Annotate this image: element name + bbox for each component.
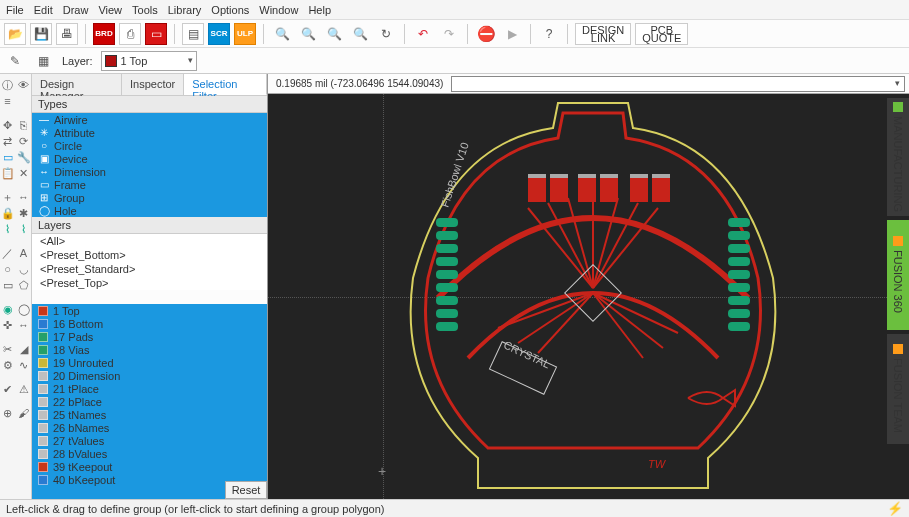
menu-options[interactable]: Options bbox=[211, 4, 249, 16]
save-button[interactable]: 💾 bbox=[30, 23, 52, 45]
list-item[interactable]: 25 tNames bbox=[32, 408, 267, 421]
menu-view[interactable]: View bbox=[98, 4, 122, 16]
help-button[interactable]: ? bbox=[538, 23, 560, 45]
route-tool-icon[interactable]: ⌇ bbox=[1, 222, 15, 236]
polygon-tool-icon[interactable]: ⬠ bbox=[17, 278, 31, 292]
list-item[interactable]: 22 bPlace bbox=[32, 395, 267, 408]
info-tool-icon[interactable]: ⓘ bbox=[1, 78, 15, 92]
rotate-tool-icon[interactable]: ⟳ bbox=[17, 134, 31, 148]
list-item[interactable]: <Preset_Top> bbox=[32, 276, 267, 290]
list-item[interactable]: 27 tValues bbox=[32, 434, 267, 447]
list-item[interactable]: 19 Unrouted bbox=[32, 356, 267, 369]
list-item[interactable]: 20 Dimension bbox=[32, 369, 267, 382]
selection-tool-icon[interactable]: ✎ bbox=[4, 50, 26, 72]
list-item[interactable]: 17 Pads bbox=[32, 330, 267, 343]
cancel-button[interactable]: ⛔ bbox=[475, 23, 497, 45]
text-tool-icon[interactable]: A bbox=[17, 246, 31, 260]
tab-design-manager[interactable]: Design Manager bbox=[32, 74, 122, 95]
delete-tool-icon[interactable]: ✕ bbox=[17, 166, 31, 180]
menu-edit[interactable]: Edit bbox=[34, 4, 53, 16]
open-button[interactable]: 📂 bbox=[4, 23, 26, 45]
go-button[interactable]: ▶ bbox=[501, 23, 523, 45]
undo-button[interactable]: ↶ bbox=[412, 23, 434, 45]
group-tool-icon[interactable]: ▭ bbox=[1, 150, 15, 164]
reset-button[interactable]: Reset bbox=[225, 481, 267, 499]
list-item[interactable]: 1 Top bbox=[32, 304, 267, 317]
menu-tools[interactable]: Tools bbox=[132, 4, 158, 16]
lock-tool-icon[interactable]: 🔒 bbox=[1, 206, 15, 220]
list-item[interactable]: 28 bValues bbox=[32, 447, 267, 460]
hole-tool-icon[interactable]: ◯ bbox=[17, 302, 31, 316]
tab-selection-filter[interactable]: Selection Filter bbox=[184, 74, 267, 95]
paste-tool-icon[interactable]: 📋 bbox=[1, 166, 15, 180]
menu-draw[interactable]: Draw bbox=[63, 4, 89, 16]
show-tool-icon[interactable]: 👁 bbox=[17, 78, 31, 92]
add-tool-icon[interactable]: ＋ bbox=[1, 190, 15, 204]
print-button[interactable]: 🖶 bbox=[56, 23, 78, 45]
circle-tool-icon[interactable]: ○ bbox=[1, 262, 15, 276]
list-item[interactable]: <Preset_Standard> bbox=[32, 262, 267, 276]
paint-tool-icon[interactable]: 🖌 bbox=[17, 406, 31, 420]
tab-fusion-team[interactable]: FUSION TEAM bbox=[887, 334, 909, 444]
zoom-in-button[interactable]: 🔍 bbox=[323, 23, 345, 45]
list-item[interactable]: 18 Vias bbox=[32, 343, 267, 356]
meander-tool-icon[interactable]: ∿ bbox=[17, 358, 31, 372]
rect-tool-icon[interactable]: ▭ bbox=[1, 278, 15, 292]
list-item[interactable]: <All> bbox=[32, 234, 267, 248]
menu-file[interactable]: File bbox=[6, 4, 24, 16]
schematic-icon[interactable]: ▭ bbox=[145, 23, 167, 45]
cam-icon[interactable]: ⎙ bbox=[119, 23, 141, 45]
grid-icon[interactable]: ▦ bbox=[32, 50, 54, 72]
copy-tool-icon[interactable]: ⎘ bbox=[17, 118, 31, 132]
sync-icon[interactable]: ⚡ bbox=[887, 501, 903, 516]
line-tool-icon[interactable]: ／ bbox=[1, 246, 15, 260]
split-tool-icon[interactable]: ✂ bbox=[1, 342, 15, 356]
mirror-tool-icon[interactable]: ⇄ bbox=[1, 134, 15, 148]
library-icon[interactable]: ▤ bbox=[182, 23, 204, 45]
arc-tool-icon[interactable]: ◡ bbox=[17, 262, 31, 276]
zoom-fit-button[interactable]: 🔍 bbox=[297, 23, 319, 45]
move-tool-icon[interactable]: ✥ bbox=[1, 118, 15, 132]
zoom-out-button[interactable]: 🔍 bbox=[271, 23, 293, 45]
script-button[interactable]: SCR bbox=[208, 23, 230, 45]
attribute-tool-icon[interactable]: ✜ bbox=[1, 318, 15, 332]
board-icon[interactable]: BRD bbox=[93, 23, 115, 45]
menu-help[interactable]: Help bbox=[308, 4, 331, 16]
ulp-button[interactable]: ULP bbox=[234, 23, 256, 45]
replace-tool-icon[interactable]: ↔ bbox=[17, 190, 31, 204]
list-item[interactable]: 16 Bottom bbox=[32, 317, 267, 330]
layers-header: Layers bbox=[32, 217, 267, 234]
preset-list[interactable]: <All> <Preset_Bottom> <Preset_Standard> … bbox=[32, 234, 267, 290]
layers-tool-icon[interactable]: ≡ bbox=[1, 94, 15, 108]
dimension-tool-icon[interactable]: ↔ bbox=[17, 318, 31, 332]
change-tool-icon[interactable]: 🔧 bbox=[17, 150, 31, 164]
pcb-canvas[interactable]: + bbox=[268, 94, 909, 499]
menu-library[interactable]: Library bbox=[168, 4, 202, 16]
menu-window[interactable]: Window bbox=[259, 4, 298, 16]
redraw-button[interactable]: ↻ bbox=[375, 23, 397, 45]
layer-list[interactable]: 1 Top16 Bottom17 Pads18 Vias19 Unrouted2… bbox=[32, 304, 267, 499]
ripup-tool-icon[interactable]: ⌇ bbox=[17, 222, 31, 236]
zoom-select-button[interactable]: 🔍 bbox=[349, 23, 371, 45]
list-item[interactable]: 39 tKeepout bbox=[32, 460, 267, 473]
drc-tool-icon[interactable]: ✔ bbox=[1, 382, 15, 396]
miter-tool-icon[interactable]: ◢ bbox=[17, 342, 31, 356]
list-item[interactable]: 21 tPlace bbox=[32, 382, 267, 395]
pcb-quote-button[interactable]: PCB QUOTE bbox=[635, 23, 688, 45]
tab-inspector[interactable]: Inspector bbox=[122, 74, 184, 95]
list-item[interactable]: <Preset_Bottom> bbox=[32, 248, 267, 262]
list-item[interactable]: 26 bNames bbox=[32, 421, 267, 434]
layer-dropdown[interactable]: 1 Top bbox=[101, 51, 197, 71]
smash-tool-icon[interactable]: ✱ bbox=[17, 206, 31, 220]
optimize-tool-icon[interactable]: ⚙ bbox=[1, 358, 15, 372]
via-tool-icon[interactable]: ◉ bbox=[1, 302, 15, 316]
types-list[interactable]: —Airwire ✳Attribute ○Circle ▣Device ↔Dim… bbox=[32, 113, 267, 217]
errors-tool-icon[interactable]: ⚠ bbox=[17, 382, 31, 396]
redo-button[interactable]: ↷ bbox=[438, 23, 460, 45]
tab-fusion360[interactable]: FUSION 360 bbox=[887, 220, 909, 330]
svg-rect-26 bbox=[728, 270, 750, 279]
command-input[interactable] bbox=[451, 76, 905, 92]
mark-tool-icon[interactable]: ⊕ bbox=[1, 406, 15, 420]
design-link-button[interactable]: DESIGN LINK bbox=[575, 23, 631, 45]
tab-manufacturing[interactable]: MANUFACTURING bbox=[887, 98, 909, 216]
